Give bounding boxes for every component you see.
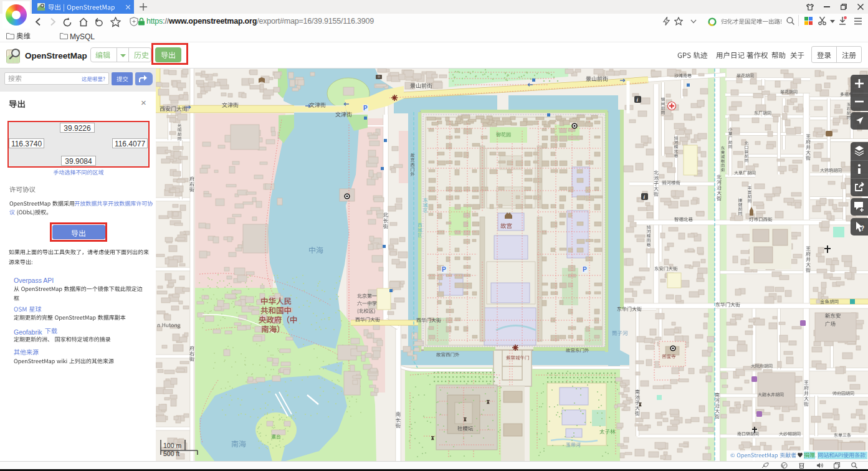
svg-text:100 m: 100 m xyxy=(163,442,181,449)
svg-text:P: P xyxy=(363,105,368,112)
svg-text:P: P xyxy=(442,266,446,273)
svg-text:P: P xyxy=(583,266,587,273)
svg-text:500 ft: 500 ft xyxy=(163,450,179,457)
svg-text:?: ? xyxy=(861,225,864,232)
